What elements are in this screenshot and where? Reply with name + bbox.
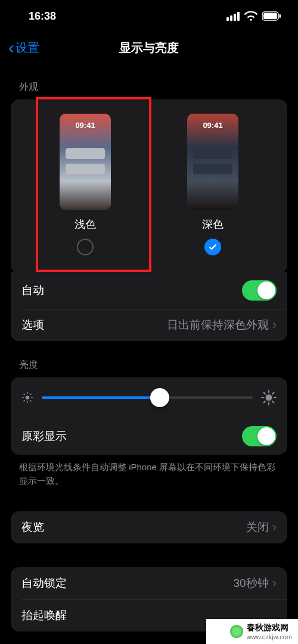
svg-line-9 [30, 401, 31, 401]
appearance-header: 外观 [19, 81, 287, 93]
appearance-option-dark[interactable]: 09:41 深色 [149, 114, 277, 255]
svg-rect-2 [280, 14, 281, 18]
svg-line-18 [272, 401, 274, 402]
svg-point-12 [266, 395, 272, 401]
back-button[interactable]: ‹ 设置 [8, 32, 39, 63]
dark-preview: 09:41 [187, 114, 238, 210]
options-label: 选项 [21, 317, 44, 333]
status-indicators [226, 11, 281, 21]
battery-icon [262, 11, 281, 21]
appearance-option-light[interactable]: 09:41 浅色 [21, 114, 149, 255]
nav-bar: ‹ 设置 显示与亮度 [0, 32, 298, 63]
appearance-card: 09:41 浅色 09:41 深色 [11, 99, 287, 273]
auto-lock-detail: 30秒钟 [234, 576, 269, 591]
night-shift-row[interactable]: 夜览 关闭 › [11, 511, 287, 543]
svg-line-10 [24, 401, 24, 401]
auto-options-card: 自动 选项 日出前保持深色外观 › [11, 272, 287, 341]
sun-large-icon [261, 390, 277, 405]
light-label: 浅色 [74, 217, 96, 232]
chevron-right-icon: › [272, 576, 277, 591]
svg-rect-1 [263, 13, 277, 19]
watermark: 春秋游戏网 www.czkjw.com [206, 619, 298, 644]
svg-point-3 [26, 396, 30, 400]
night-shift-label: 夜览 [21, 520, 44, 535]
auto-toggle[interactable] [242, 280, 277, 301]
auto-label: 自动 [21, 283, 44, 298]
brightness-card: 原彩显示 [11, 377, 287, 455]
auto-lock-label: 自动锁定 [21, 576, 67, 591]
true-tone-label: 原彩显示 [21, 429, 67, 444]
chevron-left-icon: ‹ [8, 39, 14, 57]
brightness-slider[interactable] [42, 388, 253, 407]
svg-line-8 [24, 394, 24, 395]
true-tone-row[interactable]: 原彩显示 [11, 418, 287, 455]
svg-line-17 [264, 393, 265, 394]
true-tone-toggle[interactable] [242, 426, 277, 446]
watermark-logo-icon [230, 625, 243, 638]
night-shift-card: 夜览 关闭 › [11, 511, 287, 543]
options-detail: 日出前保持深色外观 [167, 317, 269, 333]
raise-wake-label: 抬起唤醒 [21, 608, 67, 623]
light-preview: 09:41 [60, 114, 111, 210]
watermark-name: 春秋游戏网 [247, 623, 292, 633]
auto-row[interactable]: 自动 [11, 272, 287, 309]
back-label: 设置 [15, 40, 39, 56]
cellular-icon [226, 12, 240, 21]
status-time: 16:38 [29, 10, 56, 23]
auto-lock-row[interactable]: 自动锁定 30秒钟 › [11, 567, 287, 599]
brightness-header: 亮度 [19, 359, 287, 371]
watermark-url: www.czkjw.com [247, 633, 292, 640]
svg-line-20 [272, 393, 274, 394]
dark-radio[interactable] [204, 239, 221, 255]
sun-small-icon [21, 392, 33, 404]
true-tone-footer: 根据环境光线条件自动调整 iPhone 屏幕以在不同环境下保持色彩显示一致。 [11, 455, 287, 487]
night-shift-detail: 关闭 [246, 520, 269, 535]
options-row[interactable]: 选项 日出前保持深色外观 › [11, 309, 287, 341]
svg-line-19 [264, 401, 265, 402]
wifi-icon [244, 11, 257, 21]
slider-thumb[interactable] [150, 388, 169, 407]
dark-label: 深色 [202, 217, 224, 232]
chevron-right-icon: › [272, 520, 277, 535]
page-title: 显示与亮度 [119, 40, 179, 56]
chevron-right-icon: › [272, 317, 277, 333]
svg-line-11 [30, 394, 31, 395]
light-radio[interactable] [77, 239, 94, 255]
status-bar: 16:38 [0, 0, 298, 32]
